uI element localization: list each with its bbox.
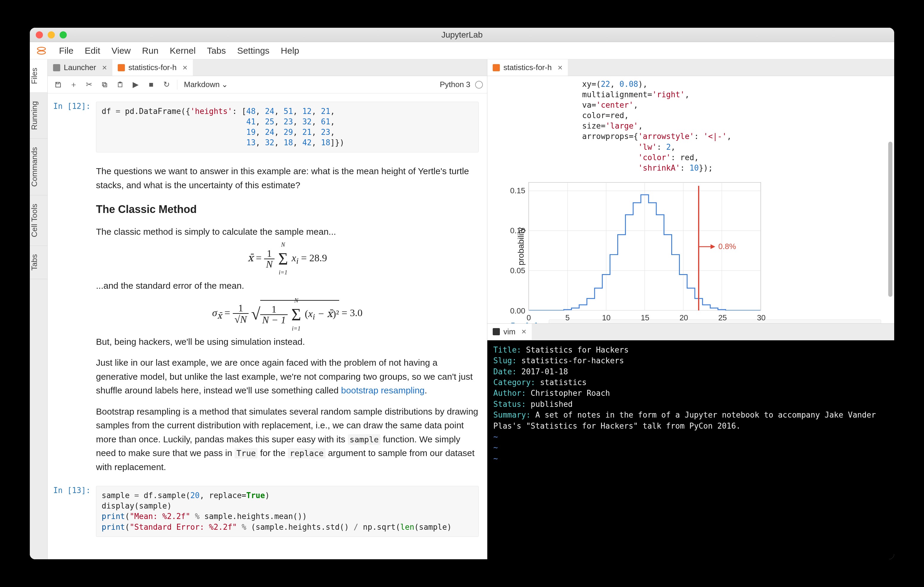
menu-run[interactable]: Run <box>142 46 158 56</box>
close-icon[interactable]: × <box>521 327 526 336</box>
xtick: 30 <box>757 313 766 322</box>
sidebar: FilesRunningCommandsCell ToolsTabs <box>30 60 48 559</box>
code-output: xy=(22, 0.08), multialignment='right', v… <box>493 79 881 173</box>
paste-button[interactable] <box>114 78 126 91</box>
sidebar-cell-tools[interactable]: Cell Tools <box>30 195 48 246</box>
formula: x̄ = 1N NΣi=1 xi = 28.9 <box>96 246 478 272</box>
menu-view[interactable]: View <box>112 46 130 56</box>
notebook-toolbar: ＋ ✂ ▶ ■ ↻ Markdown ⌄ Python 3 <box>48 76 487 93</box>
xtick: 0 <box>527 313 531 322</box>
plot-annotation: 0.8% <box>718 242 736 251</box>
tab-right-notebook[interactable]: statistics-for-h × <box>487 60 568 76</box>
celltype-select[interactable]: Markdown ⌄ <box>182 79 230 90</box>
svg-point-1 <box>38 51 46 54</box>
notebook-area[interactable]: In [12]: df = pd.DataFrame({'heights': [… <box>48 93 487 559</box>
stop-button[interactable]: ■ <box>145 78 157 91</box>
run-button[interactable]: ▶ <box>129 78 142 91</box>
menu-settings[interactable]: Settings <box>237 46 269 56</box>
terminal[interactable]: Title: Statistics for Hackers Slug: stat… <box>487 340 894 559</box>
ytick: 0.10 <box>510 226 525 235</box>
svg-marker-20 <box>711 244 715 249</box>
tab-terminal[interactable]: vim × <box>487 324 532 340</box>
left-pane: Launcher×statistics-for-h× ＋ ✂ ▶ ■ ↻ Mar… <box>48 60 487 559</box>
menubar: FileEditViewRunKernelTabsSettingsHelp <box>30 42 894 60</box>
cut-button[interactable]: ✂ <box>83 78 96 91</box>
right-top-tabbar: statistics-for-h × <box>487 60 894 76</box>
md-text: Just like in our last example, we are on… <box>96 356 478 398</box>
launcher-icon <box>53 64 60 71</box>
xtick: 15 <box>641 313 650 322</box>
cell-prompt: In [13]: <box>51 486 96 537</box>
xtick: 10 <box>602 313 611 322</box>
jupyter-logo[interactable] <box>35 45 48 57</box>
scrollbar[interactable] <box>888 142 893 297</box>
close-icon[interactable]: × <box>183 63 188 73</box>
close-icon[interactable]: × <box>558 63 563 73</box>
md-text: The questions we want to answer in this … <box>96 164 478 192</box>
md-heading: The Classic Method <box>96 201 478 218</box>
bootstrap-link[interactable]: bootstrap resampling <box>341 385 424 395</box>
sidebar-files[interactable]: Files <box>30 60 48 93</box>
chevron-down-icon: ⌄ <box>221 80 228 89</box>
menu-file[interactable]: File <box>59 46 73 56</box>
right-top-pane: statistics-for-h × xy=(22, 0.08), multia… <box>487 60 894 324</box>
md-text: ...and the standard error of the mean. <box>96 279 478 293</box>
app-window: JupyterLab FileEditViewRunKernelTabsSett… <box>30 28 894 559</box>
md-text: The classic method is simply to calculat… <box>96 225 478 239</box>
terminal-icon <box>493 328 500 335</box>
cell-prompt: In [12]: <box>51 102 96 152</box>
code-cell[interactable]: sample = df.sample(20, replace=True) dis… <box>96 486 478 537</box>
menu-help[interactable]: Help <box>281 46 299 56</box>
kernel-status-icon <box>475 81 483 89</box>
ytick: 0.00 <box>510 306 525 315</box>
xtick: 25 <box>718 313 727 322</box>
notebook-icon <box>118 64 125 71</box>
left-tabbar: Launcher×statistics-for-h× <box>48 60 487 76</box>
tab-label: statistics-for-h <box>129 63 177 72</box>
copy-button[interactable] <box>98 78 111 91</box>
svg-rect-4 <box>102 82 106 86</box>
svg-point-0 <box>38 47 46 50</box>
tab-label: Launcher <box>64 63 96 72</box>
tab-label: statistics-for-h <box>503 63 552 72</box>
code-cell[interactable]: df = pd.DataFrame({'heights': [48, 24, 5… <box>96 102 478 152</box>
sidebar-running[interactable]: Running <box>30 93 48 139</box>
right-bottom-pane: vim × Title: Statistics for Hackers Slug… <box>487 324 894 559</box>
sidebar-commands[interactable]: Commands <box>30 139 48 195</box>
menu-tabs[interactable]: Tabs <box>207 46 226 56</box>
ytick: 0.05 <box>510 266 525 275</box>
titlebar: JupyterLab <box>30 28 894 42</box>
menu-edit[interactable]: Edit <box>85 46 100 56</box>
code-input[interactable] <box>549 319 881 323</box>
markdown-cell[interactable]: The questions we want to answer in this … <box>96 157 478 481</box>
sidebar-tabs[interactable]: Tabs <box>30 246 48 279</box>
tab-label: vim <box>503 327 515 336</box>
tab-statistics-for-h[interactable]: statistics-for-h× <box>112 60 193 76</box>
add-cell-button[interactable]: ＋ <box>68 78 80 91</box>
kernel-indicator[interactable]: Python 3 <box>440 80 483 89</box>
notebook-icon <box>493 64 500 71</box>
md-text: Bootstrap resampling is a method that si… <box>96 405 478 474</box>
xtick: 20 <box>680 313 688 322</box>
svg-rect-3 <box>104 84 107 87</box>
xtick: 5 <box>566 313 569 322</box>
tab-launcher[interactable]: Launcher× <box>48 60 112 76</box>
menu-kernel[interactable]: Kernel <box>170 46 196 56</box>
svg-rect-2 <box>57 82 59 84</box>
close-icon[interactable]: × <box>102 63 107 73</box>
right-notebook-area[interactable]: xy=(22, 0.08), multialignment='right', v… <box>487 76 894 323</box>
right-pane: statistics-for-h × xy=(22, 0.08), multia… <box>487 60 894 559</box>
save-button[interactable] <box>52 78 64 91</box>
plot: probability number of heads 0.000.050.10… <box>528 182 881 311</box>
ytick: 0.15 <box>510 186 525 195</box>
restart-button[interactable]: ↻ <box>160 78 173 91</box>
formula: σx̄ = 1√N √ 1N − 1 NΣi=1 (xi − x̄)² = 3.… <box>96 300 478 328</box>
md-text: But, being hackers, we'll be using simul… <box>96 335 478 349</box>
right-bottom-tabbar: vim × <box>487 324 894 340</box>
window-title: JupyterLab <box>30 30 894 40</box>
